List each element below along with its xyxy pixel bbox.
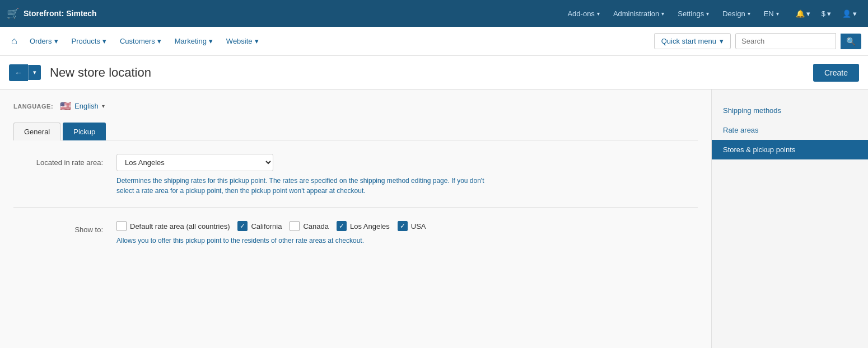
rate-area-select[interactable]: Los Angeles California Canada USA Defaul… (116, 154, 273, 171)
search-button[interactable]: 🔍 (841, 34, 861, 49)
brand-name: Storefront: Simtech (24, 9, 97, 18)
top-bar-icon-group: 🔔 ▾ $ ▾ 👤 ▾ (791, 6, 861, 21)
quick-start-button[interactable]: Quick start menu ▾ (654, 33, 731, 49)
checkbox-default-label: Default rate area (all countries) (130, 222, 230, 231)
language-flag: 🇺🇸 (60, 101, 71, 111)
checkboxes-row: Default rate area (all countries) ✓ Cali… (116, 221, 698, 231)
top-nav-administration[interactable]: Administration ▾ (608, 6, 670, 21)
section-divider (13, 207, 698, 208)
checkbox-los-angeles-input[interactable]: ✓ (337, 221, 347, 231)
top-nav-links: Add-ons ▾ Administration ▾ Settings ▾ De… (562, 6, 861, 21)
second-navigation-bar: ⌂ Orders ▾ Products ▾ Customers ▾ Market… (0, 27, 868, 56)
top-navigation-bar: 🛒 Storefront: Simtech Add-ons ▾ Administ… (0, 0, 868, 27)
notifications-button[interactable]: 🔔 ▾ (791, 6, 815, 21)
content-area: LANGUAGE: 🇺🇸 English ▾ General Pickup Lo… (0, 90, 711, 348)
chevron-down-icon: ▾ (706, 11, 709, 17)
checkbox-usa: ✓ USA (398, 221, 426, 231)
checkbox-default: Default rate area (all countries) (116, 221, 230, 231)
page-title: New store location (50, 65, 151, 80)
checkbox-canada: Canada (290, 221, 329, 231)
nav-customers[interactable]: Customers ▾ (114, 34, 167, 49)
rate-area-label: Located in rate area: (13, 154, 103, 167)
top-nav-language[interactable]: EN ▾ (758, 6, 785, 21)
checkbox-los-angeles: ✓ Los Angeles (337, 221, 390, 231)
brand-logo: 🛒 Storefront: Simtech (7, 7, 97, 20)
back-dropdown-button[interactable]: ▾ (28, 65, 41, 80)
chevron-down-icon: ▾ (748, 11, 750, 17)
page-header: ← ▾ New store location Create (0, 56, 868, 90)
cart-icon: 🛒 (7, 7, 19, 20)
checkbox-canada-label: Canada (303, 222, 329, 231)
chevron-down-icon: ▾ (661, 11, 664, 17)
chevron-down-icon: ▾ (209, 37, 213, 45)
rate-area-help-text: Determines the shipping rates for this p… (116, 176, 497, 196)
nav-marketing[interactable]: Marketing ▾ (169, 34, 218, 49)
checkbox-california-input[interactable]: ✓ (237, 221, 248, 231)
sidebar-item-rate-areas[interactable]: Rate areas (712, 120, 868, 140)
currency-button[interactable]: $ ▾ (817, 6, 836, 21)
nav-products[interactable]: Products ▾ (66, 34, 112, 49)
checkbox-usa-input[interactable]: ✓ (398, 221, 408, 231)
chevron-down-icon: ▾ (255, 37, 259, 45)
language-bar: LANGUAGE: 🇺🇸 English ▾ (13, 101, 698, 111)
home-icon[interactable]: ⌂ (7, 32, 22, 50)
create-button[interactable]: Create (813, 64, 859, 82)
sidebar-item-stores-pickup[interactable]: Stores & pickup points (712, 140, 868, 159)
checkbox-california-label: California (251, 222, 282, 231)
show-to-content: Default rate area (all countries) ✓ Cali… (116, 221, 698, 246)
show-to-label: Show to: (13, 221, 103, 234)
chevron-down-icon: ▾ (157, 37, 161, 45)
chevron-down-icon: ▾ (102, 37, 106, 45)
chevron-down-icon: ▾ (54, 37, 58, 45)
chevron-down-icon: ▾ (597, 11, 600, 17)
top-nav-addons[interactable]: Add-ons ▾ (562, 6, 605, 21)
checkbox-california: ✓ California (237, 221, 282, 231)
top-nav-settings[interactable]: Settings ▾ (672, 6, 715, 21)
top-nav-design[interactable]: Design ▾ (717, 6, 755, 21)
back-button[interactable]: ← (9, 64, 28, 81)
language-label: LANGUAGE: (13, 103, 53, 110)
chevron-down-icon: ▾ (827, 10, 831, 18)
checkbox-usa-label: USA (411, 222, 426, 231)
sidebar-item-shipping-methods[interactable]: Shipping methods (712, 101, 868, 120)
main-layout: LANGUAGE: 🇺🇸 English ▾ General Pickup Lo… (0, 90, 868, 348)
tab-general[interactable]: General (13, 123, 60, 140)
tabs: General Pickup (13, 123, 698, 140)
language-name: English (74, 102, 99, 110)
language-selector[interactable]: 🇺🇸 English ▾ (60, 101, 105, 111)
chevron-down-icon: ▾ (806, 10, 810, 18)
nav-orders[interactable]: Orders ▾ (24, 34, 64, 49)
search-input[interactable] (735, 33, 836, 49)
checkbox-los-angeles-label: Los Angeles (350, 222, 390, 231)
chevron-down-icon: ▾ (102, 103, 105, 109)
right-sidebar: Shipping methods Rate areas Stores & pic… (711, 90, 868, 348)
tab-pickup[interactable]: Pickup (63, 123, 106, 140)
chevron-down-icon: ▾ (776, 11, 779, 17)
rate-area-content: Los Angeles California Canada USA Defaul… (116, 154, 698, 196)
show-to-row: Show to: Default rate area (all countrie… (13, 221, 698, 246)
user-button[interactable]: 👤 ▾ (838, 6, 861, 21)
checkbox-canada-input[interactable] (290, 221, 300, 231)
second-bar-right: Quick start menu ▾ 🔍 (654, 33, 861, 49)
checkbox-default-input[interactable] (116, 221, 127, 231)
rate-area-row: Located in rate area: Los Angeles Califo… (13, 154, 698, 196)
show-to-help-text: Allows you to offer this pickup point to… (116, 236, 497, 246)
chevron-down-icon: ▾ (720, 37, 724, 45)
nav-website[interactable]: Website ▾ (221, 34, 264, 49)
chevron-down-icon: ▾ (853, 10, 857, 18)
